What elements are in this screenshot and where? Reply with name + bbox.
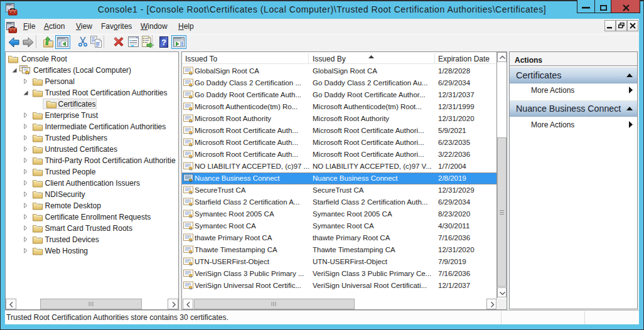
svg-text:?: ?: [161, 38, 166, 47]
